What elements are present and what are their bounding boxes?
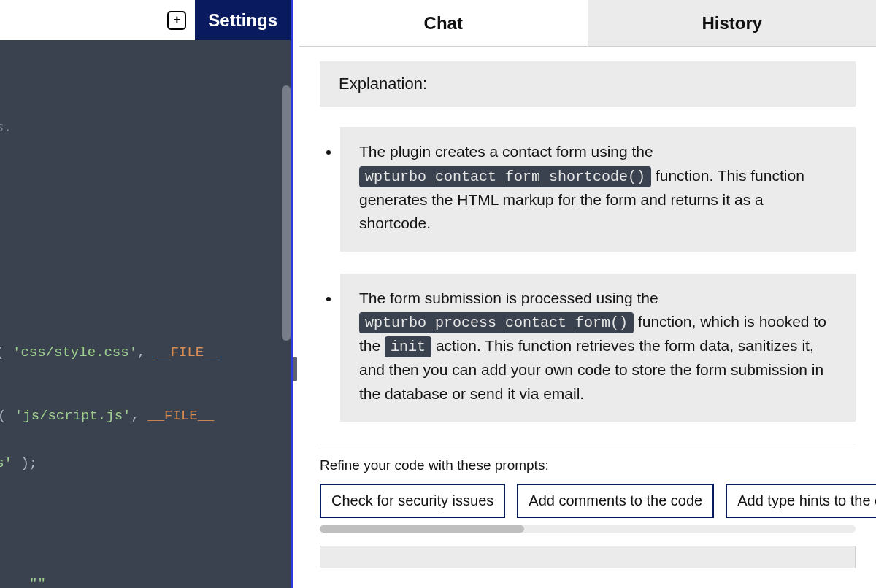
plus-icon: +: [173, 13, 180, 27]
prompt-row: Check for security issues Add comments t…: [320, 484, 856, 518]
app-root: + Settings ress. url( 'css/style.css', _…: [0, 0, 876, 588]
code-line: url( 'css/style.css', __FILE__: [0, 341, 220, 363]
refine-label: Refine your code with these prompts:: [320, 457, 856, 473]
prompt-type-hints[interactable]: Add type hints to the code: [726, 484, 876, 518]
list-item: The plugin creates a contact form using …: [340, 127, 856, 252]
side-panel: Chat History Explanation: The plugin cre…: [299, 0, 876, 588]
chat-input[interactable]: [320, 546, 856, 568]
tabs: Chat History: [299, 0, 876, 47]
vertical-scrollbar[interactable]: [282, 85, 291, 341]
explanation-header: Explanation:: [320, 61, 856, 107]
divider: [320, 444, 856, 444]
text: The plugin creates a contact form using …: [359, 143, 653, 160]
splitter[interactable]: [291, 0, 299, 588]
explanation-card: The plugin creates a contact form using …: [340, 127, 856, 252]
code-line: s_url( 'js/script.js', __FILE__: [0, 405, 215, 427]
add-button[interactable]: +: [167, 11, 186, 30]
splitter-handle[interactable]: [293, 357, 297, 381]
code-token: init: [385, 336, 431, 357]
settings-button[interactable]: Settings: [195, 0, 291, 40]
code-token: wpturbo_contact_form_shortcode(): [359, 166, 651, 187]
editor-pane: + Settings ress. url( 'css/style.css', _…: [0, 0, 291, 588]
code-line: ress.: [0, 117, 12, 139]
tab-history[interactable]: History: [588, 0, 877, 46]
horizontal-scrollbar[interactable]: [320, 525, 856, 533]
code-line: "": [29, 573, 46, 588]
editor-toolbar: + Settings: [0, 0, 291, 40]
code-token: wpturbo_process_contact_form(): [359, 312, 634, 333]
prompt-security[interactable]: Check for security issues: [320, 484, 505, 518]
panel-body: Explanation: The plugin creates a contac…: [299, 47, 876, 588]
list-item: The form submission is processed using t…: [340, 274, 856, 422]
explanation-card: The form submission is processed using t…: [340, 274, 856, 422]
scrollbar-thumb[interactable]: [320, 525, 524, 533]
text: The form submission is processed using t…: [359, 290, 658, 306]
tab-chat[interactable]: Chat: [299, 0, 588, 46]
code-area[interactable]: ress. url( 'css/style.css', __FILE__ s_u…: [0, 40, 291, 588]
prompt-comments[interactable]: Add comments to the code: [517, 484, 714, 518]
code-line: ipts' );: [0, 452, 37, 474]
explanation-list: The plugin creates a contact form using …: [320, 127, 856, 422]
